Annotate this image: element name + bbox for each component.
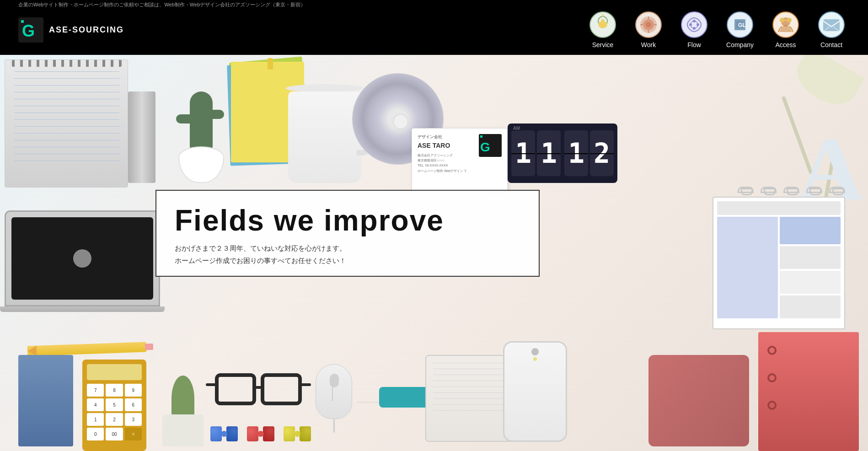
calc-btn-5: 5: [106, 398, 123, 411]
background-items: デザイン会社 ASE TARO G 株式会社アズソーシング 東京都新宿区○○○○…: [0, 55, 868, 451]
plant2-pot: [162, 414, 204, 446]
bowtie-red-knot: [257, 431, 264, 437]
cactus-pot: [178, 146, 224, 183]
bc-logo-icon: G: [479, 134, 502, 157]
svg-point-6: [601, 19, 605, 23]
work-icon: [635, 11, 662, 38]
glasses-arm-right: [301, 383, 311, 386]
mockup-block-1: [780, 217, 841, 244]
header: 企業のWebサイト制作・ホームページ制作のご依頼やご相談は、Web制作・Webデ…: [0, 0, 868, 55]
svg-point-17: [693, 20, 696, 22]
nav-item-access[interactable]: Access: [767, 11, 804, 48]
bowtie-blue: [210, 426, 238, 442]
nav-label-service: Service: [592, 41, 614, 48]
bowtie-yellow: [284, 426, 311, 442]
calc-btn-7: 7: [87, 384, 104, 397]
calc-buttons: 7 8 9 4 5 6 1 2 3 0 00 =: [87, 384, 142, 440]
mouse-body: [316, 364, 352, 419]
plant2-item: [155, 360, 210, 446]
cd-center: [393, 114, 408, 129]
nav-item-contact[interactable]: Contact: [813, 11, 850, 48]
svg-point-15: [681, 12, 707, 38]
bc-detail-2: 東京都新宿区○○○○: [418, 158, 502, 163]
business-card-item: デザイン会社 ASE TARO G 株式会社アズソーシング 東京都新宿区○○○○…: [412, 128, 508, 192]
svg-point-20: [689, 23, 692, 26]
svg-text:G: G: [480, 140, 490, 154]
usb-stick-item: [128, 91, 155, 183]
paperclip-1: [738, 187, 754, 193]
lamp-head: [789, 55, 865, 114]
flip-digit-3: 1: [564, 130, 588, 176]
nav-item-flow[interactable]: Flow: [676, 11, 713, 48]
hero-content-box: Fields we improve おかげさまで２３周年、ていねいな対応を心がけ…: [155, 190, 540, 277]
phone-flash: [533, 357, 537, 361]
svg-point-19: [693, 27, 696, 30]
calc-btn-2: 2: [106, 413, 123, 426]
phone-item: [498, 341, 572, 446]
macbook-bottom: [0, 306, 165, 312]
phone-body: [503, 341, 567, 442]
company-icon: GL: [726, 11, 754, 38]
main-nav: Service Work: [584, 11, 850, 48]
nav-item-service[interactable]: Service: [584, 11, 621, 48]
top-bar-text: 企業のWebサイト制作・ホームページ制作のご依頼やご相談は、Web制作・Webデ…: [18, 1, 305, 8]
top-bar: 企業のWebサイト制作・ホームページ制作のご依頼やご相談は、Web制作・Webデ…: [0, 0, 868, 9]
svg-text:GL: GL: [738, 22, 746, 28]
nav-label-contact: Contact: [820, 41, 842, 48]
mouse-item: [311, 364, 357, 433]
pencil-eraser: [145, 344, 153, 350]
calc-btn-3: 3: [125, 413, 142, 426]
notebook-spiral: [12, 60, 122, 67]
macbook-item: [5, 210, 160, 311]
paperclip-5: [829, 187, 845, 193]
svg-rect-2: [21, 20, 24, 23]
pencil-item: [27, 342, 147, 356]
calc-screen: [87, 364, 142, 380]
bowtie-yellow-knot: [294, 431, 300, 437]
notebook-item: [5, 59, 128, 188]
cactus-arm-left: [176, 114, 194, 123]
nav-label-flow: Flow: [687, 41, 701, 48]
paperclip-3: [783, 187, 799, 193]
nav-item-work[interactable]: Work: [630, 11, 667, 48]
flip-clock-item: 1 1 1 2: [508, 123, 617, 183]
mockup-block-2: [780, 246, 841, 269]
svg-point-18: [697, 23, 699, 26]
glasses-item: [206, 369, 311, 424]
macbook-screen: [5, 210, 160, 306]
hero-subtitle-line2: ホームページ作成でお困りの事すべてお任せください！: [175, 254, 520, 267]
hero-title: Fields we improve: [175, 204, 520, 236]
flip-digit-2: 1: [537, 130, 561, 176]
service-icon: [589, 11, 616, 38]
notebook2-item: [18, 355, 73, 446]
apple-logo: [73, 249, 91, 268]
bowties-container: [210, 426, 311, 442]
website-mockup-item: [713, 197, 845, 329]
binder-ring-3: [767, 401, 777, 410]
calc-btn-eq: =: [125, 428, 142, 440]
svg-text:G: G: [22, 21, 35, 40]
paper-clip: [268, 58, 273, 70]
calculator-item: 7 8 9 4 5 6 1 2 3 0 00 =: [82, 360, 146, 451]
mouse-line: [332, 383, 333, 401]
mockup-block-3: [780, 271, 841, 294]
glasses-arm-left: [206, 383, 216, 386]
glasses-frame-right: [261, 373, 302, 405]
calc-btn-8: 8: [106, 384, 123, 397]
flip-digit-4: 2: [590, 130, 614, 176]
notebook-lines: [14, 71, 119, 167]
logo-icon: G: [18, 17, 43, 43]
nav-item-company[interactable]: GL Company: [722, 11, 758, 48]
bowtie-red: [247, 426, 274, 442]
hero-section: デザイン会社 ASE TARO G 株式会社アズソーシング 東京都新宿区○○○○…: [0, 55, 868, 451]
paperclip-4: [806, 187, 822, 193]
bowtie-blue-knot: [221, 431, 227, 437]
paperclip-2: [761, 187, 777, 193]
usb-cable: [357, 402, 379, 403]
flow-icon: [680, 11, 708, 38]
calc-btn-4: 4: [87, 398, 104, 411]
phone-camera: [531, 348, 539, 355]
binder-rings: [767, 346, 777, 410]
logo-area[interactable]: G ASE-SOURCING: [18, 17, 124, 43]
bc-detail-3: TEL: 03-XXXX-XXXX: [418, 163, 502, 168]
